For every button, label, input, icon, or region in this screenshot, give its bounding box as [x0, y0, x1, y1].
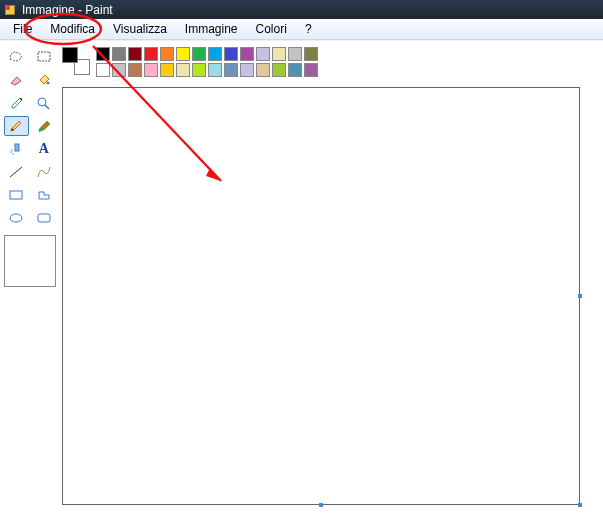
palette-color[interactable] — [224, 63, 238, 77]
tool-pencil[interactable] — [4, 116, 29, 136]
palette-color[interactable] — [256, 47, 270, 61]
tool-preview-box — [4, 235, 56, 287]
tool-rect-select[interactable] — [32, 47, 57, 67]
tool-airbrush[interactable] — [4, 139, 29, 159]
resize-handle-s[interactable] — [319, 503, 323, 507]
svg-rect-6 — [15, 144, 19, 151]
canvas-container — [62, 87, 580, 505]
title-bar: Immagine - Paint — [0, 0, 603, 19]
palette-color[interactable] — [256, 63, 270, 77]
resize-handle-e[interactable] — [578, 294, 582, 298]
tool-box: A — [0, 41, 60, 293]
title-text: Immagine - Paint — [22, 3, 113, 17]
palette-color[interactable] — [160, 63, 174, 77]
tool-line[interactable] — [4, 162, 29, 182]
svg-point-11 — [10, 214, 22, 222]
palette-color[interactable] — [96, 63, 110, 77]
tool-rectangle[interactable] — [4, 185, 29, 205]
palette-color[interactable] — [208, 47, 222, 61]
svg-point-9 — [12, 149, 13, 150]
tool-eraser[interactable] — [4, 70, 29, 90]
palette-color[interactable] — [192, 63, 206, 77]
menu-file[interactable]: File — [4, 19, 41, 39]
palette-color[interactable] — [176, 63, 190, 77]
menu-image[interactable]: Immagine — [176, 19, 247, 39]
palette-color[interactable] — [288, 63, 302, 77]
app-icon — [4, 4, 16, 16]
tool-ellipse[interactable] — [4, 208, 29, 228]
svg-point-7 — [11, 151, 12, 152]
palette-color[interactable] — [240, 47, 254, 61]
palette-color[interactable] — [128, 47, 142, 61]
tool-magnifier[interactable] — [32, 93, 57, 113]
palette-color[interactable] — [288, 47, 302, 61]
menu-colors[interactable]: Colori — [247, 19, 296, 39]
color-palette — [96, 47, 318, 77]
tool-fill[interactable] — [32, 70, 57, 90]
svg-rect-1 — [6, 5, 11, 10]
palette-color[interactable] — [144, 47, 158, 61]
palette-area — [62, 47, 318, 77]
palette-color[interactable] — [176, 47, 190, 61]
palette-color[interactable] — [304, 63, 318, 77]
palette-color[interactable] — [112, 47, 126, 61]
draw-canvas[interactable] — [62, 87, 580, 505]
palette-color[interactable] — [160, 47, 174, 61]
foreground-color-swatch[interactable] — [62, 47, 78, 63]
palette-color[interactable] — [224, 47, 238, 61]
svg-point-8 — [13, 153, 14, 154]
palette-color[interactable] — [112, 63, 126, 77]
svg-point-5 — [38, 98, 46, 106]
tool-curve[interactable] — [32, 162, 57, 182]
palette-color[interactable] — [144, 63, 158, 77]
tool-rounded-rect[interactable] — [32, 208, 57, 228]
palette-color[interactable] — [304, 47, 318, 61]
palette-color[interactable] — [208, 63, 222, 77]
svg-rect-12 — [38, 214, 50, 222]
menu-view[interactable]: Visualizza — [104, 19, 176, 39]
menu-help[interactable]: ? — [296, 19, 321, 39]
svg-point-4 — [20, 98, 22, 100]
tool-pick-color[interactable] — [4, 93, 29, 113]
palette-color[interactable] — [192, 47, 206, 61]
palette-color[interactable] — [128, 63, 142, 77]
tool-brush[interactable] — [32, 116, 57, 136]
work-area: A — [0, 40, 603, 524]
palette-color[interactable] — [272, 47, 286, 61]
current-colors[interactable] — [62, 47, 90, 75]
tool-free-select[interactable] — [4, 47, 29, 67]
palette-color[interactable] — [272, 63, 286, 77]
palette-color[interactable] — [96, 47, 110, 61]
tool-text[interactable]: A — [32, 139, 57, 159]
text-icon: A — [39, 141, 49, 157]
menu-bar: File Modifica Visualizza Immagine Colori… — [0, 19, 603, 40]
menu-edit[interactable]: Modifica — [41, 19, 104, 39]
palette-color[interactable] — [240, 63, 254, 77]
resize-handle-se[interactable] — [578, 503, 582, 507]
svg-rect-2 — [38, 52, 50, 61]
svg-rect-10 — [10, 191, 22, 199]
tool-polygon[interactable] — [32, 185, 57, 205]
svg-point-3 — [46, 82, 49, 85]
